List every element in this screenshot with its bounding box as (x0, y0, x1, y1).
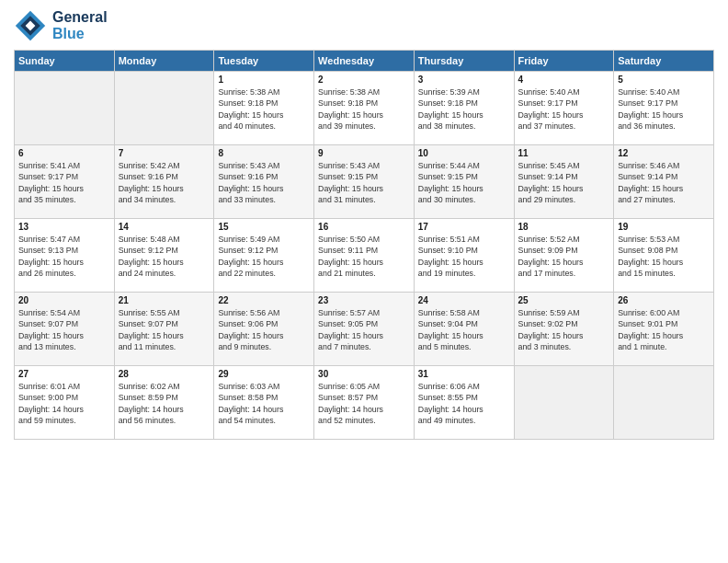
calendar-cell: 23Sunrise: 5:57 AM Sunset: 9:05 PM Dayli… (314, 293, 415, 366)
day-info: Sunrise: 5:49 AM Sunset: 9:12 PM Dayligh… (218, 234, 310, 279)
weekday-header-monday: Monday (114, 51, 214, 72)
day-number: 12 (618, 148, 710, 158)
day-number: 19 (618, 222, 710, 232)
calendar-cell: 13Sunrise: 5:47 AM Sunset: 9:13 PM Dayli… (15, 219, 115, 293)
week-row-3: 13Sunrise: 5:47 AM Sunset: 9:13 PM Dayli… (15, 219, 714, 293)
calendar-cell (114, 72, 214, 145)
calendar-cell: 7Sunrise: 5:42 AM Sunset: 9:16 PM Daylig… (114, 145, 214, 219)
logo-icon (14, 9, 47, 42)
calendar-cell (514, 366, 614, 440)
weekday-header-row: SundayMondayTuesdayWednesdayThursdayFrid… (15, 51, 714, 72)
weekday-header-friday: Friday (514, 51, 614, 72)
day-number: 31 (418, 369, 510, 379)
day-number: 18 (518, 222, 610, 232)
day-number: 15 (218, 222, 310, 232)
week-row-4: 20Sunrise: 5:54 AM Sunset: 9:07 PM Dayli… (15, 293, 714, 366)
day-info: Sunrise: 5:43 AM Sunset: 9:15 PM Dayligh… (318, 160, 410, 205)
day-number: 2 (318, 75, 410, 85)
day-number: 21 (119, 295, 210, 305)
day-info: Sunrise: 6:03 AM Sunset: 8:58 PM Dayligh… (218, 381, 310, 426)
day-number: 3 (418, 75, 510, 85)
calendar-cell: 4Sunrise: 5:40 AM Sunset: 9:17 PM Daylig… (514, 72, 614, 145)
day-number: 30 (318, 369, 410, 379)
calendar-cell: 9Sunrise: 5:43 AM Sunset: 9:15 PM Daylig… (314, 145, 415, 219)
day-info: Sunrise: 6:00 AM Sunset: 9:01 PM Dayligh… (618, 307, 710, 352)
day-number: 24 (418, 295, 510, 305)
calendar-cell: 31Sunrise: 6:06 AM Sunset: 8:55 PM Dayli… (414, 366, 514, 440)
calendar-cell: 18Sunrise: 5:52 AM Sunset: 9:09 PM Dayli… (514, 219, 614, 293)
day-number: 9 (318, 148, 410, 158)
calendar-cell: 14Sunrise: 5:48 AM Sunset: 9:12 PM Dayli… (114, 219, 214, 293)
day-number: 16 (318, 222, 410, 232)
day-number: 10 (418, 148, 510, 158)
calendar-cell: 26Sunrise: 6:00 AM Sunset: 9:01 PM Dayli… (614, 293, 714, 366)
weekday-header-saturday: Saturday (614, 51, 714, 72)
weekday-header-sunday: Sunday (15, 51, 115, 72)
day-info: Sunrise: 6:05 AM Sunset: 8:57 PM Dayligh… (318, 381, 410, 426)
week-row-1: 1Sunrise: 5:38 AM Sunset: 9:18 PM Daylig… (15, 72, 714, 145)
day-number: 7 (119, 148, 210, 158)
calendar-cell: 27Sunrise: 6:01 AM Sunset: 9:00 PM Dayli… (15, 366, 115, 440)
day-number: 26 (618, 295, 710, 305)
day-info: Sunrise: 5:45 AM Sunset: 9:14 PM Dayligh… (518, 160, 610, 205)
day-number: 27 (18, 369, 110, 379)
calendar-cell: 25Sunrise: 5:59 AM Sunset: 9:02 PM Dayli… (514, 293, 614, 366)
calendar-cell: 20Sunrise: 5:54 AM Sunset: 9:07 PM Dayli… (15, 293, 115, 366)
calendar-cell (15, 72, 115, 145)
calendar-cell: 19Sunrise: 5:53 AM Sunset: 9:08 PM Dayli… (614, 219, 714, 293)
calendar-cell: 15Sunrise: 5:49 AM Sunset: 9:12 PM Dayli… (214, 219, 314, 293)
calendar-cell: 21Sunrise: 5:55 AM Sunset: 9:07 PM Dayli… (114, 293, 214, 366)
day-number: 14 (119, 222, 210, 232)
calendar-cell: 16Sunrise: 5:50 AM Sunset: 9:11 PM Dayli… (314, 219, 415, 293)
calendar-cell: 6Sunrise: 5:41 AM Sunset: 9:17 PM Daylig… (15, 145, 115, 219)
day-number: 22 (218, 295, 310, 305)
day-info: Sunrise: 5:54 AM Sunset: 9:07 PM Dayligh… (18, 307, 110, 352)
calendar-table: SundayMondayTuesdayWednesdayThursdayFrid… (14, 50, 714, 440)
calendar-cell: 2Sunrise: 5:38 AM Sunset: 9:18 PM Daylig… (314, 72, 415, 145)
day-info: Sunrise: 5:39 AM Sunset: 9:18 PM Dayligh… (418, 86, 510, 132)
day-info: Sunrise: 5:47 AM Sunset: 9:13 PM Dayligh… (18, 234, 110, 279)
day-number: 4 (518, 75, 610, 85)
day-number: 23 (318, 295, 410, 305)
day-number: 29 (218, 369, 310, 379)
week-row-5: 27Sunrise: 6:01 AM Sunset: 9:00 PM Dayli… (15, 366, 714, 440)
calendar-cell: 29Sunrise: 6:03 AM Sunset: 8:58 PM Dayli… (214, 366, 314, 440)
logo: General Blue (14, 9, 108, 42)
page-header: General Blue (14, 9, 714, 42)
calendar-cell: 5Sunrise: 5:40 AM Sunset: 9:17 PM Daylig… (614, 72, 714, 145)
calendar-cell: 22Sunrise: 5:56 AM Sunset: 9:06 PM Dayli… (214, 293, 314, 366)
day-info: Sunrise: 5:40 AM Sunset: 9:17 PM Dayligh… (618, 86, 710, 132)
day-info: Sunrise: 5:38 AM Sunset: 9:18 PM Dayligh… (218, 86, 310, 132)
day-number: 20 (18, 295, 110, 305)
day-number: 28 (119, 369, 210, 379)
day-info: Sunrise: 6:01 AM Sunset: 9:00 PM Dayligh… (18, 381, 110, 426)
weekday-header-thursday: Thursday (414, 51, 514, 72)
weekday-header-wednesday: Wednesday (314, 51, 415, 72)
day-info: Sunrise: 5:56 AM Sunset: 9:06 PM Dayligh… (218, 307, 310, 352)
calendar-cell: 3Sunrise: 5:39 AM Sunset: 9:18 PM Daylig… (414, 72, 514, 145)
week-row-2: 6Sunrise: 5:41 AM Sunset: 9:17 PM Daylig… (15, 145, 714, 219)
calendar-cell: 17Sunrise: 5:51 AM Sunset: 9:10 PM Dayli… (414, 219, 514, 293)
day-info: Sunrise: 5:43 AM Sunset: 9:16 PM Dayligh… (218, 160, 310, 205)
day-info: Sunrise: 5:51 AM Sunset: 9:10 PM Dayligh… (418, 234, 510, 279)
day-number: 11 (518, 148, 610, 158)
day-info: Sunrise: 6:06 AM Sunset: 8:55 PM Dayligh… (418, 381, 510, 426)
logo-text: General Blue (52, 9, 108, 41)
calendar-cell: 8Sunrise: 5:43 AM Sunset: 9:16 PM Daylig… (214, 145, 314, 219)
day-info: Sunrise: 5:44 AM Sunset: 9:15 PM Dayligh… (418, 160, 510, 205)
calendar-cell: 1Sunrise: 5:38 AM Sunset: 9:18 PM Daylig… (214, 72, 314, 145)
day-number: 6 (18, 148, 110, 158)
day-number: 13 (18, 222, 110, 232)
day-info: Sunrise: 5:50 AM Sunset: 9:11 PM Dayligh… (318, 234, 410, 279)
calendar-cell: 28Sunrise: 6:02 AM Sunset: 8:59 PM Dayli… (114, 366, 214, 440)
day-number: 8 (218, 148, 310, 158)
day-info: Sunrise: 6:02 AM Sunset: 8:59 PM Dayligh… (119, 381, 210, 426)
day-info: Sunrise: 5:57 AM Sunset: 9:05 PM Dayligh… (318, 307, 410, 352)
calendar-cell (614, 366, 714, 440)
calendar-cell: 10Sunrise: 5:44 AM Sunset: 9:15 PM Dayli… (414, 145, 514, 219)
day-info: Sunrise: 5:59 AM Sunset: 9:02 PM Dayligh… (518, 307, 610, 352)
calendar-cell: 30Sunrise: 6:05 AM Sunset: 8:57 PM Dayli… (314, 366, 415, 440)
day-info: Sunrise: 5:41 AM Sunset: 9:17 PM Dayligh… (18, 160, 110, 205)
day-info: Sunrise: 5:58 AM Sunset: 9:04 PM Dayligh… (418, 307, 510, 352)
day-info: Sunrise: 5:53 AM Sunset: 9:08 PM Dayligh… (618, 234, 710, 279)
